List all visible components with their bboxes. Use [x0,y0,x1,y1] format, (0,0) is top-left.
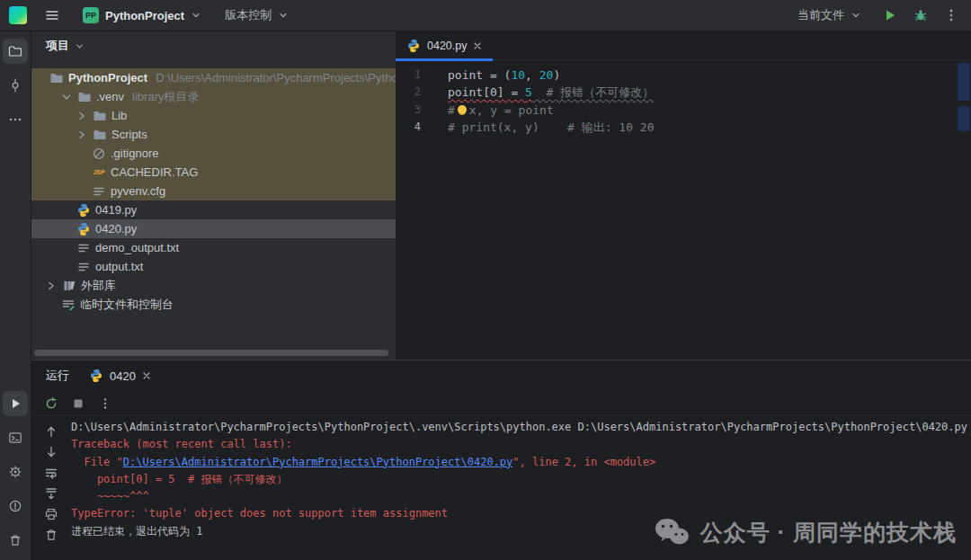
project-name: PythonProject [105,9,184,22]
tree-item-hint: library根目录 [132,89,199,105]
rerun-button[interactable] [44,396,58,411]
close-icon[interactable] [473,41,482,50]
tree-item-label: 0420.py [95,222,137,236]
tree-item-label: output.txt [95,260,143,273]
tree-item-path-hint: D:\Users\Administrator\PycharmProjects\P… [156,71,396,84]
soft-wrap-button[interactable] [44,466,58,480]
run-configuration-selector[interactable]: 当前文件 [792,4,867,26]
code-line-2: point[0] = 5 # 报错（不可修改） [448,84,655,101]
console-line: TypeError: 'tuple' object does not suppo… [71,505,971,522]
text-file-icon [76,241,91,255]
horizontal-scrollbar[interactable] [34,350,388,356]
chevron-collapsed-icon[interactable] [45,280,58,292]
text-file-icon [92,184,106,199]
services-button[interactable] [3,459,28,484]
chevron-down-icon [75,41,85,51]
tree-item-0419[interactable]: 0419.py [31,200,396,219]
hamburger-icon [45,8,59,22]
tree-item-external-libraries[interactable]: 外部库 [31,276,396,295]
stop-button[interactable] [71,396,85,411]
chevron-collapsed-icon[interactable] [76,129,88,141]
line-number: 2 [396,84,421,101]
terminal-button[interactable] [3,528,28,553]
console-line: ~~~~~^^^ [71,488,971,505]
kebab-menu-icon [98,396,112,411]
tree-item-project-root[interactable]: PythonProject D:\Users\Administrator\Pyc… [31,68,396,87]
project-tool-window-button[interactable] [3,39,28,64]
intention-bulb-icon[interactable] [458,105,467,114]
tree-item-demo-output[interactable]: demo_output.txt [31,238,396,257]
tree-item-scripts[interactable]: Scripts [31,125,396,144]
tree-item-gitignore[interactable]: .gitignore [31,144,396,163]
line-number-current: 4 [396,119,421,136]
debug-button[interactable] [913,8,928,22]
line-number-gutter: 1 2 3 4 [396,67,421,360]
tree-item-0420[interactable]: 0420.py [31,219,396,238]
scrollbar-marker [958,106,970,131]
tree-item-output[interactable]: output.txt [31,257,396,276]
print-button[interactable] [44,507,58,521]
vcs-widget[interactable]: 版本控制 [219,4,294,26]
gear-icon [8,465,22,479]
console-output[interactable]: D:\Users\Administrator\PycharmProjects\P… [71,416,971,560]
project-panel-header[interactable]: 项目 [31,31,396,60]
project-tree: PythonProject D:\Users\Administrator\Pyc… [31,68,396,314]
main-menu-button[interactable] [40,3,65,28]
code-editor[interactable]: 1 2 3 4 point = (10, 20) point[0] = 5 # … [396,60,971,360]
problems-button[interactable] [3,493,28,519]
tree-item-venv[interactable]: .venv library根目录 [31,87,396,106]
left-tool-strip [0,31,31,560]
bug-icon [913,8,928,22]
more-actions-button[interactable] [944,8,958,22]
chevron-expanded-icon[interactable] [60,91,73,103]
tree-item-cachedir[interactable]: JSP CACHEDIR.TAG [31,163,396,182]
project-panel: 项目 PythonProject D:\Users\Administrator\… [31,31,396,360]
folder-icon [77,90,92,104]
stacktrace-file-link[interactable]: D:\Users\Administrator\PycharmProjects\P… [123,456,512,468]
chevron-down-icon [851,10,861,21]
chevron-collapsed-icon[interactable] [76,110,88,122]
printer-icon [44,507,58,521]
python-file-icon [406,39,421,53]
run-tool-window-button[interactable] [3,391,28,416]
console-line: Traceback (most recent call last): [71,436,971,453]
folder-icon [93,109,107,123]
tree-item-scratches[interactable]: 临时文件和控制台 [31,295,396,314]
python-console-button[interactable] [3,425,28,450]
soft-wrap-icon [44,466,58,480]
run-button[interactable] [883,8,897,22]
trash-icon [8,533,22,547]
more-options-button[interactable] [98,396,112,411]
console-line: point[0] = 5 # 报错（不可修改） [71,471,971,488]
more-tool-windows-button[interactable] [3,107,28,132]
tree-item-label: 0419.py [95,203,137,217]
library-icon [62,279,76,293]
tree-item-label: PythonProject [68,71,147,84]
prev-frame-button[interactable] [44,424,58,439]
commit-tool-window-button[interactable] [3,73,28,98]
next-frame-button[interactable] [44,445,58,459]
console-side-toolbar [31,416,71,560]
tree-item-pyvenv[interactable]: pyvenv.cfg [31,182,396,200]
run-tab-0420[interactable]: 0420 [89,369,151,383]
chevron-down-icon [278,10,289,21]
run-tool-window: 运行 0420 [31,360,971,560]
project-panel-title: 项目 [46,38,69,54]
ellipsis-icon [8,112,22,127]
tree-item-label: Scripts [111,128,147,141]
project-widget[interactable]: PP PythonProject [77,4,207,26]
editor-tab-0420[interactable]: 0420.py [396,31,493,60]
code-line-3: #x, y = point [448,102,655,119]
scroll-to-end-button[interactable] [44,486,58,501]
close-icon[interactable] [142,371,151,380]
tree-item-label: .venv [96,90,124,103]
run-panel-title[interactable]: 运行 [46,368,69,384]
console-prompt-icon [8,431,22,445]
editor-tab-bar: 0420.py [396,31,971,60]
clear-console-button[interactable] [44,528,58,542]
tree-item-lib[interactable]: Lib [31,106,396,125]
stop-icon [71,396,85,411]
console-line: D:\Users\Administrator\PycharmProjects\P… [71,419,971,436]
tree-item-label: 外部库 [81,278,116,294]
folder-icon [8,44,22,58]
